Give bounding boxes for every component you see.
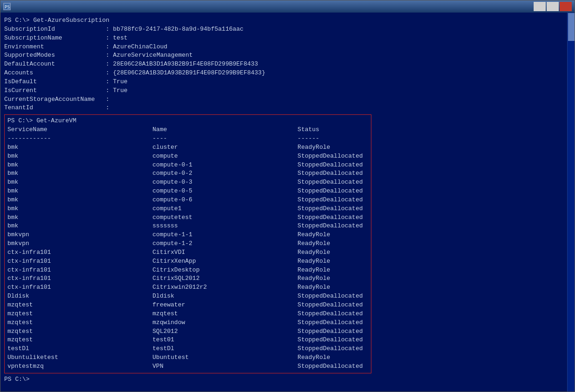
terminal-line: bmk sssssss StoppedDeallocated: [7, 222, 368, 231]
terminal-line: Dldisk Dldisk StoppedDeallocated: [7, 292, 368, 301]
terminal-line: mzqtest SQL2012 StoppedDeallocated: [7, 327, 368, 336]
terminal-line: mzqtest freewater StoppedDeallocated: [7, 301, 368, 310]
terminal-line: bmk compute-0-2 StoppedDeallocated: [7, 169, 368, 178]
terminal-line: Ubuntuliketest Ubuntutest ReadyRole: [7, 353, 368, 362]
terminal-line: mzqtest mzqtest StoppedDeallocated: [7, 310, 368, 319]
window: PS PS C:\> Get-AzureSubscriptionSubscrip…: [0, 0, 575, 392]
terminal-line: SubscriptionName : test: [4, 34, 562, 43]
terminal-line: TenantId :: [4, 104, 562, 113]
terminal-line: ctx-infra101 CitrixDesktop ReadyRole: [7, 266, 368, 275]
terminal-line: bmk compute1 StoppedDeallocated: [7, 205, 368, 213]
terminal-line: DefaultAccount : 28E06C28A1B3D1A93B2B91F…: [4, 60, 562, 69]
terminal-line: bmk compute-0-1 StoppedDeallocated: [7, 161, 368, 170]
terminal-line: IsCurrent : True: [4, 86, 562, 95]
terminal-line: Environment : AzureChinaCloud: [4, 43, 562, 52]
terminal-line: bmkvpn compute-1-1 ReadyRole: [7, 231, 368, 239]
scrollbar[interactable]: [567, 13, 575, 392]
terminal-line: PS C:\> Get-AzureVM: [7, 117, 368, 126]
close-button[interactable]: [560, 2, 572, 11]
terminal-line: bmkvpn compute-1-2 ReadyRole: [7, 239, 368, 248]
terminal[interactable]: PS C:\> Get-AzureSubscriptionSubscriptio…: [0, 13, 575, 392]
terminal-line: SupportedModes : AzureServiceManagement: [4, 51, 562, 60]
svg-text:PS: PS: [5, 5, 10, 9]
title-bar: PS: [0, 0, 575, 13]
terminal-line: SubscriptionId : bb788fc9-2417-482b-8a9d…: [4, 25, 562, 34]
terminal-content: PS C:\> Get-AzureSubscriptionSubscriptio…: [4, 16, 571, 388]
terminal-line: vpntestmzq VPN StoppedDeallocated: [7, 362, 368, 371]
terminal-line: ctx-infra101 CitrixSQL2012 ReadyRole: [7, 274, 368, 283]
terminal-line: PS C:\>: [4, 375, 562, 384]
terminal-line: PS C:\> Get-AzureSubscription: [4, 16, 562, 25]
window-icon: PS: [3, 3, 11, 10]
terminal-line: bmk compute-0-6 StoppedDeallocated: [7, 196, 368, 205]
terminal-line: bmk computetest StoppedDeallocated: [7, 213, 368, 222]
title-bar-left: PS: [3, 3, 13, 10]
terminal-line: mzqtest test01 StoppedDeallocated: [7, 336, 368, 345]
title-bar-controls: [534, 2, 572, 11]
terminal-line: testDl testDl StoppedDeallocated: [7, 345, 368, 353]
terminal-line: ctx-infra101 Citrixwin2012r2 ReadyRole: [7, 283, 368, 292]
terminal-line: Accounts : {28E06C28A1B3D1A93B2B91F4E08F…: [4, 69, 562, 78]
restore-button[interactable]: [547, 2, 559, 11]
terminal-line: bmk compute-0-5 StoppedDeallocated: [7, 187, 368, 196]
terminal-line: IsDefault : True: [4, 78, 562, 86]
terminal-line: bmk cluster ReadyRole: [7, 143, 368, 152]
terminal-line: ------------ ---- ------: [7, 134, 368, 143]
terminal-line: mzqtest mzqwindow StoppedDeallocated: [7, 319, 368, 327]
terminal-line: ctx-infra101 CitirxXenApp ReadyRole: [7, 257, 368, 266]
scrollbar-thumb[interactable]: [568, 13, 575, 41]
terminal-line: ctx-infra101 CitirxVDI ReadyRole: [7, 248, 368, 257]
terminal-line: bmk compute-0-3 StoppedDeallocated: [7, 178, 368, 187]
minimize-button[interactable]: [534, 2, 546, 11]
terminal-line: CurrentStorageAccountName :: [4, 95, 562, 104]
terminal-line: ServiceName Name Status: [7, 126, 368, 134]
vm-section: PS C:\> Get-AzureVMServiceName Name Stat…: [4, 114, 371, 373]
terminal-line: bmk compute StoppedDeallocated: [7, 152, 368, 161]
